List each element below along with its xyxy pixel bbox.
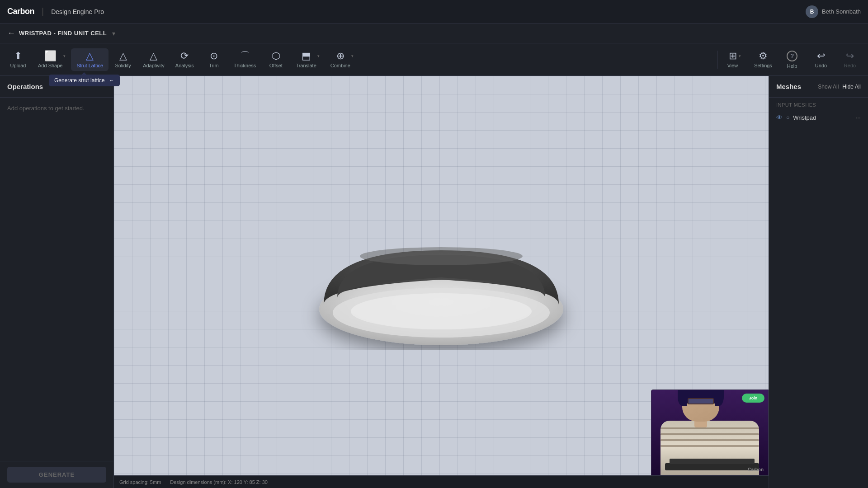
toolbar-redo[interactable]: ↪ Redo xyxy=(835,48,864,71)
toolbar-upload-label: Upload xyxy=(10,63,26,68)
thickness-icon: ⌒ xyxy=(240,51,250,61)
toolbar-combine-label: Combine xyxy=(330,63,350,68)
toolbar-add-shape-label: Add Shape xyxy=(38,63,62,68)
toolbar-analysis-label: Analysis xyxy=(175,63,194,68)
toolbar-upload[interactable]: ⬆ Upload xyxy=(4,48,33,71)
input-meshes-label: INPUT MESHES xyxy=(769,98,868,110)
adaptivity-icon: △ xyxy=(150,51,157,61)
translate-icon: ⬒ xyxy=(302,51,311,61)
generate-button-area: GENERATE xyxy=(0,461,113,488)
app-title: Design Engine Pro xyxy=(51,8,104,15)
meshes-header: Meshes Show All Hide All xyxy=(769,76,868,98)
user-name: Beth Sonnbath xyxy=(822,8,861,15)
mesh-visibility-icon[interactable]: 👁 xyxy=(776,114,783,121)
main-layout: Operations Add operations to get started… xyxy=(0,76,868,488)
toolbar-strut-lattice-label: Strut Lattice xyxy=(76,63,103,68)
add-shape-icon: ⬜ xyxy=(44,51,57,61)
hide-all-button[interactable]: Hide All xyxy=(842,84,861,90)
breadcrumb-bar: ← WRISTPAD - FIND UNIT CELL ▾ xyxy=(0,23,868,43)
offset-icon: ⬡ xyxy=(272,51,280,61)
laptop-keyboard xyxy=(670,459,755,464)
design-dimensions: Design dimensions (mm): X: 120 Y: 85 Z: … xyxy=(170,479,268,485)
toolbar-trim[interactable]: ⊙ Trim xyxy=(199,48,228,71)
laptop-base xyxy=(665,463,759,470)
mesh-type-icon: ○ xyxy=(786,114,789,121)
toolbar-undo-label: Undo xyxy=(815,63,827,68)
topbar-left: Carbon | Design Engine Pro xyxy=(7,6,104,17)
analysis-icon: ⟳ xyxy=(180,51,189,61)
translate-dropdown-icon[interactable]: ▾ xyxy=(317,54,320,58)
show-all-button[interactable]: Show All xyxy=(818,84,839,90)
solidify-icon: △ xyxy=(119,51,127,61)
toolbar-settings-label: Settings xyxy=(754,63,772,68)
toolbar-offset-label: Offset xyxy=(269,63,283,68)
strut-lattice-icon: △ xyxy=(86,51,94,61)
toolbar-undo[interactable]: ↩ Undo xyxy=(807,48,835,71)
toolbar-adaptivity-label: Adaptivity xyxy=(143,63,165,68)
video-overlay: Carbon Join xyxy=(651,389,769,475)
mesh-name-wristpad: Wristpad xyxy=(793,114,852,121)
shirt-stripe-3 xyxy=(660,439,759,441)
wristpad-shape xyxy=(297,214,586,350)
toolbar-thickness[interactable]: ⌒ Thickness xyxy=(228,48,262,71)
combine-dropdown-icon[interactable]: ▾ xyxy=(351,54,354,58)
toolbar-redo-label: Redo xyxy=(844,63,856,68)
redo-icon: ↪ xyxy=(846,51,854,61)
toolbar-settings[interactable]: ⚙ Settings xyxy=(749,48,778,71)
left-panel: Operations Add operations to get started… xyxy=(0,76,114,488)
mesh-menu-icon[interactable]: ··· xyxy=(855,114,861,121)
operations-title: Operations xyxy=(7,83,43,90)
toolbar-translate[interactable]: ⬒ Translate ▾ xyxy=(290,48,325,71)
person-hair-left xyxy=(678,389,687,406)
settings-icon: ⚙ xyxy=(759,51,768,61)
trim-icon: ⊙ xyxy=(210,51,218,61)
wristpad-svg xyxy=(297,214,586,350)
meshes-actions: Show All Hide All xyxy=(818,84,861,90)
topbar-right: B Beth Sonnbath xyxy=(806,5,861,18)
logo-separator: | xyxy=(42,6,44,17)
generate-button[interactable]: GENERATE xyxy=(7,467,106,483)
toolbar-help-label: Help xyxy=(787,63,797,69)
toolbar-add-shape[interactable]: ⬜ Add Shape ▾ xyxy=(33,48,71,71)
toolbar-solidify-label: Solidify xyxy=(115,63,131,68)
help-icon: ? xyxy=(787,51,797,61)
upload-icon: ⬆ xyxy=(14,51,22,61)
video-carbon-label: Carbon xyxy=(748,467,764,472)
toolbar-analysis[interactable]: ⟳ Analysis xyxy=(170,48,199,71)
toolbar-combine[interactable]: ⊕ Combine ▾ xyxy=(325,48,359,71)
video-join-button[interactable]: Join xyxy=(742,394,764,403)
toolbar: ⬆ Upload ⬜ Add Shape ▾ △ Strut Lattice △… xyxy=(0,43,868,76)
toolbar-trim-label: Trim xyxy=(209,63,219,68)
operations-header: Operations xyxy=(0,76,113,98)
svg-point-3 xyxy=(360,247,523,265)
toolbar-adaptivity[interactable]: △ Adaptivity xyxy=(137,48,170,71)
video-person xyxy=(651,390,768,475)
toolbar-strut-lattice[interactable]: △ Strut Lattice xyxy=(71,48,108,71)
toolbar-separator xyxy=(717,51,718,69)
svg-point-2 xyxy=(351,293,532,329)
shirt-stripe-4 xyxy=(660,445,759,447)
view-dropdown-icon[interactable]: ▾ xyxy=(739,54,741,58)
toolbar-view-label: View xyxy=(727,63,738,68)
mesh-item-wristpad[interactable]: 👁 ○ Wristpad ··· xyxy=(769,110,868,125)
meshes-title: Meshes xyxy=(776,83,801,90)
statusbar: Grid spacing: 5mm Design dimensions (mm)… xyxy=(114,475,769,488)
toolbar-right: ⊞ View ▾ ⚙ Settings ? Help ↩ Undo ↪ Redo xyxy=(716,48,864,71)
viewport[interactable]: Y X Grid spacing: 5mm Design dimensions … xyxy=(114,76,769,488)
breadcrumb-chevron[interactable]: ▾ xyxy=(112,30,115,37)
user-avatar: B xyxy=(806,5,818,18)
toolbar-offset[interactable]: ⬡ Offset xyxy=(261,48,290,71)
toolbar-translate-label: Translate xyxy=(296,63,316,68)
add-shape-dropdown-icon[interactable]: ▾ xyxy=(63,54,66,58)
combine-icon: ⊕ xyxy=(336,51,344,61)
toolbar-thickness-label: Thickness xyxy=(234,63,256,68)
grid-spacing: Grid spacing: 5mm xyxy=(119,479,161,485)
topbar: Carbon | Design Engine Pro B Beth Sonnba… xyxy=(0,0,868,23)
shirt-stripe-1 xyxy=(660,427,759,429)
breadcrumb-title: WRISTPAD - FIND UNIT CELL xyxy=(19,30,107,37)
toolbar-help[interactable]: ? Help xyxy=(778,48,807,71)
toolbar-solidify[interactable]: △ Solidify xyxy=(108,48,137,71)
person-glasses xyxy=(688,398,714,404)
toolbar-view[interactable]: ⊞ View ▾ xyxy=(720,48,749,71)
back-button[interactable]: ← xyxy=(7,28,15,38)
